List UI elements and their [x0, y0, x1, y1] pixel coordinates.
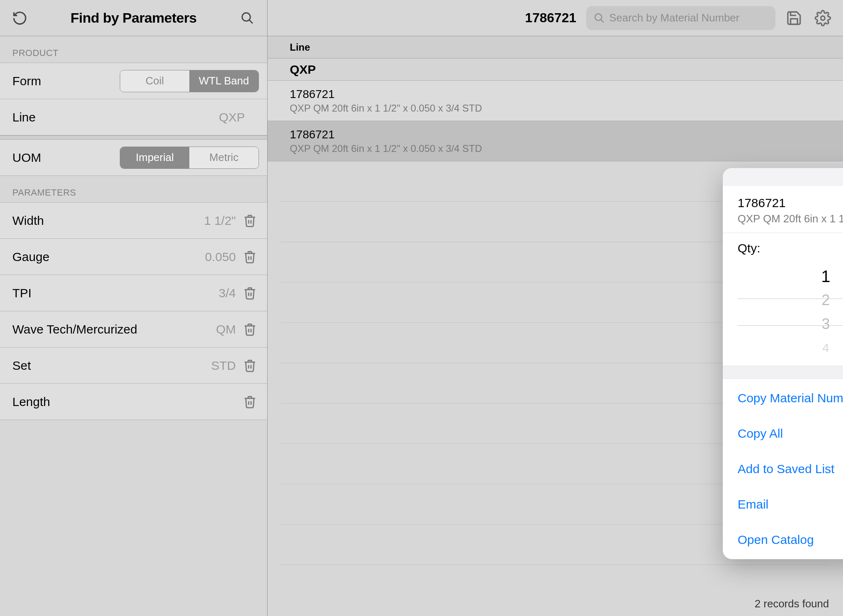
param-label: Gauge [12, 250, 205, 264]
svg-line-1 [249, 20, 253, 23]
clear-gauge-button[interactable] [241, 248, 259, 266]
row-gauge[interactable]: Gauge 0.050 [0, 239, 267, 275]
sidebar-header: Find by Parameters [0, 0, 267, 36]
action-open-catalog[interactable]: Open Catalog [723, 522, 843, 558]
form-option-wtl-band[interactable]: WTL Band [189, 70, 258, 92]
uom-option-metric[interactable]: Metric [189, 147, 258, 168]
trash-icon [243, 322, 257, 336]
trash-icon [243, 286, 257, 300]
param-value: 0.050 [205, 250, 236, 264]
row-line[interactable]: Line QXP [0, 99, 267, 135]
clear-set-button[interactable] [241, 357, 259, 375]
section-product-label: PRODUCT [0, 36, 267, 63]
main-panel: 1786721 Search by Material Number Line Q… [268, 0, 843, 616]
param-label: Length [12, 395, 236, 409]
row-set[interactable]: Set STD [0, 348, 267, 384]
sidebar: Find by Parameters PRODUCT Form Coil WTL… [0, 0, 268, 616]
form-segmented[interactable]: Coil WTL Band [120, 70, 259, 92]
svg-point-0 [242, 13, 250, 21]
search-icon [240, 11, 254, 25]
action-copy-material-number[interactable]: Copy Material Number [723, 380, 843, 416]
popover-info: 1786721 QXP QM 20ft 6in x 1 1/2" x 0.05… [723, 186, 843, 233]
line-label: Line [12, 110, 219, 124]
action-copy-all[interactable]: Copy All [723, 416, 843, 451]
row-tpi[interactable]: TPI 3/4 [0, 275, 267, 311]
picker-option: 3 [822, 312, 830, 336]
trash-icon [243, 250, 257, 264]
clear-tpi-button[interactable] [241, 284, 259, 302]
picker-option: 4 [822, 336, 829, 360]
param-value: QM [216, 322, 236, 336]
param-label: Width [12, 214, 204, 228]
param-label: Set [12, 359, 211, 373]
sidebar-title: Find by Parameters [30, 10, 238, 26]
uom-option-imperial[interactable]: Imperial [120, 147, 189, 168]
trash-icon [243, 359, 257, 373]
refresh-icon [12, 10, 28, 26]
trash-icon [243, 214, 257, 228]
item-popover: 1786721 QXP QM 20ft 6in x 1 1/2" x 0.05…… [723, 168, 843, 559]
uom-label: UOM [12, 151, 120, 165]
clear-wavetech-button[interactable] [241, 320, 259, 338]
form-option-coil[interactable]: Coil [120, 70, 189, 92]
row-uom: UOM Imperial Metric [0, 140, 267, 176]
row-length[interactable]: Length [0, 384, 267, 420]
popover-separator [723, 366, 843, 379]
popover-actions: Copy Material Number Copy All Add to Sav… [723, 379, 843, 559]
popover-title: 1786721 [738, 196, 843, 210]
refresh-button[interactable] [10, 8, 30, 28]
row-wave-tech[interactable]: Wave Tech/Mercurized QM [0, 311, 267, 348]
clear-width-button[interactable] [241, 212, 259, 230]
clear-length-button[interactable] [241, 393, 259, 411]
picker-option: 2 [822, 288, 830, 312]
param-value: 3/4 [219, 286, 236, 300]
uom-segmented[interactable]: Imperial Metric [120, 147, 259, 169]
param-value: 1 1/2" [204, 214, 236, 228]
line-value: QXP [219, 110, 245, 124]
qty-label: Qty: [723, 233, 843, 259]
trash-icon [243, 395, 257, 409]
qty-picker[interactable]: 1 2 3 4 [723, 259, 843, 366]
form-label: Form [12, 74, 120, 88]
section-parameters-label: PARAMETERS [0, 176, 267, 203]
popover-header [723, 168, 843, 186]
popover-subtitle: QXP QM 20ft 6in x 1 1/2" x 0.05… [738, 212, 843, 225]
row-form: Form Coil WTL Band [0, 63, 267, 99]
param-label: Wave Tech/Mercurized [12, 322, 216, 336]
param-label: TPI [12, 286, 219, 300]
param-value: STD [211, 359, 236, 373]
row-width[interactable]: Width 1 1/2" [0, 203, 267, 239]
divider [0, 135, 267, 140]
action-add-to-saved-list[interactable]: Add to Saved List [723, 451, 843, 487]
sidebar-search-button[interactable] [238, 8, 257, 28]
action-email[interactable]: Email [723, 487, 843, 522]
picker-selected: 1 [821, 264, 830, 288]
